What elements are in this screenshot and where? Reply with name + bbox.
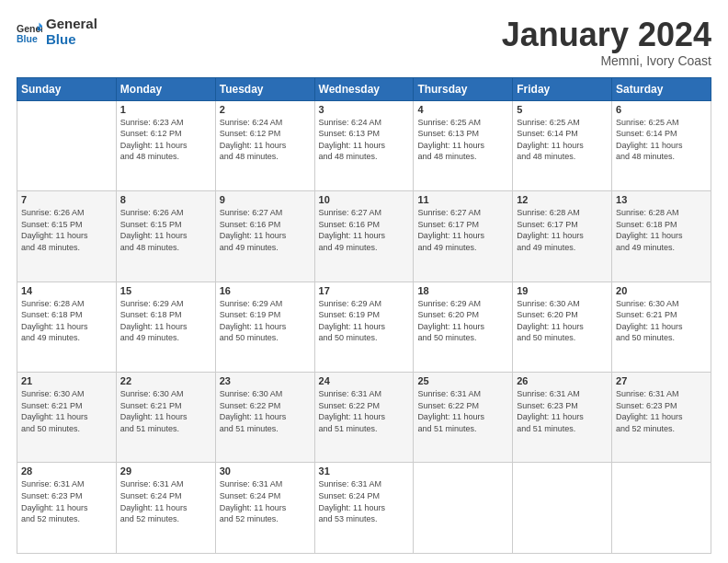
col-header-monday: Monday xyxy=(116,77,215,100)
col-header-wednesday: Wednesday xyxy=(314,77,414,100)
day-number: 24 xyxy=(319,375,410,386)
day-info: Sunrise: 6:25 AM Sunset: 6:14 PM Dayligh… xyxy=(517,117,608,163)
calendar-cell: 4Sunrise: 6:25 AM Sunset: 6:13 PM Daylig… xyxy=(414,100,513,190)
calendar-week-row: 1Sunrise: 6:23 AM Sunset: 6:12 PM Daylig… xyxy=(17,100,711,190)
calendar-cell: 19Sunrise: 6:30 AM Sunset: 6:20 PM Dayli… xyxy=(513,282,612,372)
calendar-cell: 8Sunrise: 6:26 AM Sunset: 6:15 PM Daylig… xyxy=(116,191,215,282)
calendar-cell: 14Sunrise: 6:28 AM Sunset: 6:18 PM Dayli… xyxy=(17,282,117,372)
calendar-cell: 18Sunrise: 6:29 AM Sunset: 6:20 PM Dayli… xyxy=(414,282,513,372)
day-number: 23 xyxy=(220,375,311,386)
calendar-cell: 13Sunrise: 6:28 AM Sunset: 6:18 PM Dayli… xyxy=(612,191,711,282)
calendar-cell xyxy=(612,463,711,554)
calendar-week-row: 7Sunrise: 6:26 AM Sunset: 6:15 PM Daylig… xyxy=(17,191,711,282)
day-info: Sunrise: 6:30 AM Sunset: 6:21 PM Dayligh… xyxy=(120,388,211,434)
calendar-cell: 28Sunrise: 6:31 AM Sunset: 6:23 PM Dayli… xyxy=(17,463,117,554)
day-number: 15 xyxy=(120,285,211,296)
day-number: 8 xyxy=(120,194,211,205)
col-header-friday: Friday xyxy=(513,77,612,100)
day-number: 1 xyxy=(120,104,211,115)
day-info: Sunrise: 6:27 AM Sunset: 6:16 PM Dayligh… xyxy=(220,207,311,253)
day-number: 28 xyxy=(21,465,112,477)
day-number: 20 xyxy=(616,285,707,296)
day-number: 18 xyxy=(417,285,508,296)
day-info: Sunrise: 6:24 AM Sunset: 6:12 PM Dayligh… xyxy=(220,117,311,163)
calendar-cell: 3Sunrise: 6:24 AM Sunset: 6:13 PM Daylig… xyxy=(314,100,414,190)
day-info: Sunrise: 6:28 AM Sunset: 6:17 PM Dayligh… xyxy=(517,207,608,253)
logo-line2: Blue xyxy=(46,32,97,48)
calendar-cell: 5Sunrise: 6:25 AM Sunset: 6:14 PM Daylig… xyxy=(513,100,612,190)
calendar-week-row: 28Sunrise: 6:31 AM Sunset: 6:23 PM Dayli… xyxy=(17,463,711,554)
calendar-cell: 22Sunrise: 6:30 AM Sunset: 6:21 PM Dayli… xyxy=(116,373,215,463)
calendar-header-row: SundayMondayTuesdayWednesdayThursdayFrid… xyxy=(17,77,711,100)
calendar-cell: 24Sunrise: 6:31 AM Sunset: 6:22 PM Dayli… xyxy=(314,373,414,463)
day-info: Sunrise: 6:29 AM Sunset: 6:19 PM Dayligh… xyxy=(319,298,410,344)
calendar-cell: 16Sunrise: 6:29 AM Sunset: 6:19 PM Dayli… xyxy=(215,282,314,372)
col-header-saturday: Saturday xyxy=(612,77,711,100)
calendar-cell: 11Sunrise: 6:27 AM Sunset: 6:17 PM Dayli… xyxy=(414,191,513,282)
calendar-cell: 23Sunrise: 6:30 AM Sunset: 6:22 PM Dayli… xyxy=(215,373,314,463)
calendar-cell: 1Sunrise: 6:23 AM Sunset: 6:12 PM Daylig… xyxy=(116,100,215,190)
day-number: 31 xyxy=(319,465,410,477)
day-number: 26 xyxy=(517,375,608,386)
day-info: Sunrise: 6:30 AM Sunset: 6:20 PM Dayligh… xyxy=(517,298,608,344)
calendar-cell: 9Sunrise: 6:27 AM Sunset: 6:16 PM Daylig… xyxy=(215,191,314,282)
day-info: Sunrise: 6:31 AM Sunset: 6:22 PM Dayligh… xyxy=(319,388,410,434)
day-info: Sunrise: 6:31 AM Sunset: 6:24 PM Dayligh… xyxy=(220,478,311,524)
day-number: 27 xyxy=(616,375,707,386)
month-title: January 2024 xyxy=(502,17,711,53)
day-info: Sunrise: 6:26 AM Sunset: 6:15 PM Dayligh… xyxy=(120,207,211,253)
day-number: 10 xyxy=(319,194,410,205)
calendar-cell xyxy=(17,100,117,190)
day-number: 19 xyxy=(517,285,608,296)
calendar-cell: 6Sunrise: 6:25 AM Sunset: 6:14 PM Daylig… xyxy=(612,100,711,190)
day-info: Sunrise: 6:25 AM Sunset: 6:13 PM Dayligh… xyxy=(417,117,508,163)
day-info: Sunrise: 6:27 AM Sunset: 6:17 PM Dayligh… xyxy=(417,207,508,253)
calendar-cell: 29Sunrise: 6:31 AM Sunset: 6:24 PM Dayli… xyxy=(116,463,215,554)
col-header-thursday: Thursday xyxy=(414,77,513,100)
calendar-cell: 10Sunrise: 6:27 AM Sunset: 6:16 PM Dayli… xyxy=(314,191,414,282)
page: General Blue General Blue January 2024 M… xyxy=(0,0,728,563)
day-number: 14 xyxy=(21,285,112,296)
day-info: Sunrise: 6:28 AM Sunset: 6:18 PM Dayligh… xyxy=(21,298,112,344)
day-number: 25 xyxy=(417,375,508,386)
location: Memni, Ivory Coast xyxy=(502,53,711,68)
day-info: Sunrise: 6:27 AM Sunset: 6:16 PM Dayligh… xyxy=(319,207,410,253)
day-info: Sunrise: 6:29 AM Sunset: 6:19 PM Dayligh… xyxy=(220,298,311,344)
day-info: Sunrise: 6:31 AM Sunset: 6:22 PM Dayligh… xyxy=(417,388,508,434)
calendar-cell: 12Sunrise: 6:28 AM Sunset: 6:17 PM Dayli… xyxy=(513,191,612,282)
day-number: 2 xyxy=(220,104,311,115)
title-block: January 2024 Memni, Ivory Coast xyxy=(502,17,711,68)
day-number: 3 xyxy=(319,104,410,115)
day-number: 12 xyxy=(517,194,608,205)
calendar-cell xyxy=(513,463,612,554)
day-number: 30 xyxy=(220,465,311,477)
col-header-tuesday: Tuesday xyxy=(215,77,314,100)
day-number: 5 xyxy=(517,104,608,115)
day-info: Sunrise: 6:31 AM Sunset: 6:23 PM Dayligh… xyxy=(21,478,112,524)
calendar-cell: 7Sunrise: 6:26 AM Sunset: 6:15 PM Daylig… xyxy=(17,191,117,282)
logo: General Blue General Blue xyxy=(17,17,97,47)
day-number: 9 xyxy=(220,194,311,205)
day-info: Sunrise: 6:30 AM Sunset: 6:21 PM Dayligh… xyxy=(21,388,112,434)
day-info: Sunrise: 6:30 AM Sunset: 6:22 PM Dayligh… xyxy=(220,388,311,434)
col-header-sunday: Sunday xyxy=(17,77,117,100)
calendar-cell: 25Sunrise: 6:31 AM Sunset: 6:22 PM Dayli… xyxy=(414,373,513,463)
calendar-week-row: 14Sunrise: 6:28 AM Sunset: 6:18 PM Dayli… xyxy=(17,282,711,372)
calendar-table: SundayMondayTuesdayWednesdayThursdayFrid… xyxy=(17,77,711,554)
day-info: Sunrise: 6:31 AM Sunset: 6:24 PM Dayligh… xyxy=(319,478,410,524)
calendar-cell: 31Sunrise: 6:31 AM Sunset: 6:24 PM Dayli… xyxy=(314,463,414,554)
calendar-cell: 2Sunrise: 6:24 AM Sunset: 6:12 PM Daylig… xyxy=(215,100,314,190)
day-info: Sunrise: 6:25 AM Sunset: 6:14 PM Dayligh… xyxy=(616,117,707,163)
day-number: 7 xyxy=(21,194,112,205)
day-info: Sunrise: 6:30 AM Sunset: 6:21 PM Dayligh… xyxy=(616,298,707,344)
day-number: 13 xyxy=(616,194,707,205)
calendar-week-row: 21Sunrise: 6:30 AM Sunset: 6:21 PM Dayli… xyxy=(17,373,711,463)
day-info: Sunrise: 6:29 AM Sunset: 6:18 PM Dayligh… xyxy=(120,298,211,344)
day-number: 17 xyxy=(319,285,410,296)
day-info: Sunrise: 6:28 AM Sunset: 6:18 PM Dayligh… xyxy=(616,207,707,253)
svg-text:Blue: Blue xyxy=(17,32,38,43)
calendar-cell: 17Sunrise: 6:29 AM Sunset: 6:19 PM Dayli… xyxy=(314,282,414,372)
day-number: 16 xyxy=(220,285,311,296)
calendar-cell: 27Sunrise: 6:31 AM Sunset: 6:23 PM Dayli… xyxy=(612,373,711,463)
calendar-cell: 30Sunrise: 6:31 AM Sunset: 6:24 PM Dayli… xyxy=(215,463,314,554)
